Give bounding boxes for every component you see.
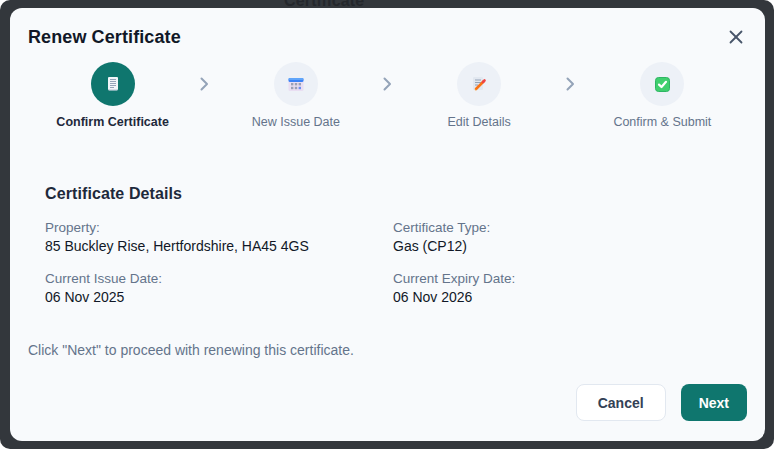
modal-title: Renew Certificate	[28, 8, 747, 48]
chevron-right-icon	[381, 77, 395, 91]
modal-footer: Cancel Next	[576, 384, 747, 421]
step-label: Edit Details	[448, 115, 511, 129]
chevron-right-icon	[564, 77, 578, 91]
renew-certificate-modal: Renew Certificate Confirm Certificate	[10, 8, 765, 441]
check-mark-icon	[640, 62, 684, 106]
field-current-expiry-date: Current Expiry Date: 06 Nov 2026	[393, 271, 737, 305]
step-label: New Issue Date	[252, 115, 340, 129]
step-confirm-certificate[interactable]: Confirm Certificate	[28, 62, 197, 129]
field-current-issue-date: Current Issue Date: 06 Nov 2025	[45, 271, 393, 305]
step-new-issue-date[interactable]: New Issue Date	[211, 62, 380, 129]
field-label: Current Issue Date:	[45, 271, 393, 286]
field-property: Property: 85 Buckley Rise, Hertfordshire…	[45, 220, 393, 254]
details-grid: Property: 85 Buckley Rise, Hertfordshire…	[45, 220, 737, 305]
close-icon[interactable]	[725, 26, 747, 48]
next-step-instruction: Click "Next" to proceed with renewing th…	[28, 342, 747, 358]
field-value: 85 Buckley Rise, Hertfordshire, HA45 4GS	[45, 238, 393, 254]
field-label: Property:	[45, 220, 393, 235]
dimmed-page-backdrop: Certificate Renew Certificate	[0, 0, 774, 449]
cancel-button[interactable]: Cancel	[576, 384, 666, 421]
step-label: Confirm & Submit	[613, 115, 711, 129]
details-heading: Certificate Details	[45, 185, 737, 203]
edit-memo-icon	[457, 62, 501, 106]
step-confirm-submit[interactable]: Confirm & Submit	[578, 62, 747, 129]
field-certificate-type: Certificate Type: Gas (CP12)	[393, 220, 737, 254]
field-value: 06 Nov 2025	[45, 289, 393, 305]
calendar-icon	[274, 62, 318, 106]
renewal-stepper: Confirm Certificate	[28, 62, 747, 129]
chevron-right-icon	[197, 77, 211, 91]
field-label: Current Expiry Date:	[393, 271, 737, 286]
step-label: Confirm Certificate	[56, 115, 169, 129]
certificate-details-section: Certificate Details Property: 85 Buckley…	[28, 185, 747, 305]
field-value: Gas (CP12)	[393, 238, 737, 254]
step-edit-details[interactable]: Edit Details	[395, 62, 564, 129]
next-button[interactable]: Next	[681, 384, 747, 421]
field-label: Certificate Type:	[393, 220, 737, 235]
certificate-receipt-icon	[91, 62, 135, 106]
field-value: 06 Nov 2026	[393, 289, 737, 305]
